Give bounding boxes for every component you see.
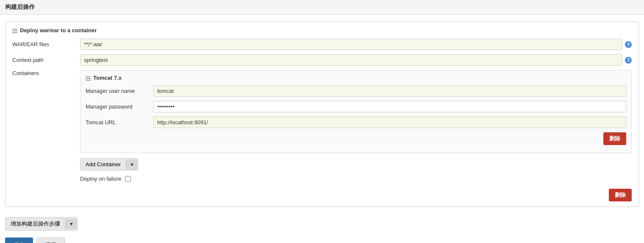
manager-user-input-wrapper	[153, 85, 626, 97]
content: Deploy war/ear to a container WAR/EAR fi…	[0, 15, 644, 243]
containers-content: Tomcat 7.x Manager user name Manager pas…	[80, 70, 632, 185]
context-path-label: Context path	[12, 57, 80, 63]
war-files-help-icon[interactable]: ?	[625, 41, 632, 48]
page-wrapper: 构建后操作 Deploy war/ear to a container WAR/…	[0, 0, 644, 243]
save-button[interactable]: 保存	[5, 237, 33, 243]
manager-pass-input-wrapper	[153, 101, 626, 112]
apply-button[interactable]: 应用	[36, 237, 65, 243]
tomcat-url-label: Tomcat URL	[86, 119, 153, 126]
delete-section-button[interactable]: 删除	[609, 189, 632, 201]
containers-label: Containers	[12, 70, 80, 76]
container-title: Tomcat 7.x	[86, 75, 626, 81]
add-step-main-button[interactable]: 增加构建后操作步骤	[6, 218, 65, 230]
containers-row: Containers Tomcat 7.x Manager user name	[12, 70, 632, 185]
add-step-dropdown-arrow[interactable]: ▼	[65, 219, 77, 229]
add-step-btn: 增加构建后操作步骤 ▼	[5, 217, 78, 231]
manager-user-label: Manager user name	[86, 88, 153, 94]
manager-user-row: Manager user name	[86, 85, 626, 97]
deploy-section: Deploy war/ear to a container WAR/EAR fi…	[5, 22, 639, 207]
context-path-input-wrapper: ?	[80, 54, 632, 66]
delete-container-row: 删除	[86, 132, 626, 145]
action-buttons: 保存 应用	[5, 237, 639, 243]
manager-user-input[interactable]	[153, 85, 626, 97]
section-title: Deploy war/ear to a container	[12, 27, 632, 34]
add-container-main-button[interactable]: Add Container	[80, 159, 126, 170]
tomcat-url-row: Tomcat URL	[86, 117, 626, 128]
container-title-text: Tomcat 7.x	[93, 75, 122, 81]
war-files-row: WAR/EAR files ?	[12, 39, 632, 50]
tomcat-url-input-wrapper	[153, 117, 626, 128]
drag-handle-icon[interactable]	[12, 28, 17, 33]
context-path-row: Context path ?	[12, 54, 632, 66]
section-title-text: Deploy war/ear to a container	[20, 27, 97, 34]
deploy-failure-label: Deploy on failure	[80, 176, 122, 182]
deploy-failure-checkbox[interactable]	[125, 176, 131, 182]
manager-pass-row: Manager password	[86, 101, 626, 112]
context-path-input[interactable]	[80, 54, 622, 66]
add-container-btn: Add Container ▼	[80, 158, 138, 170]
war-files-label: WAR/EAR files	[12, 41, 80, 47]
manager-pass-input[interactable]	[153, 101, 626, 112]
add-container-wrapper: Add Container ▼	[80, 158, 632, 170]
page-title: 构建后操作	[0, 0, 644, 15]
war-files-input[interactable]	[80, 39, 622, 50]
add-container-dropdown-arrow[interactable]: ▼	[126, 159, 138, 170]
context-path-help-icon[interactable]: ?	[625, 57, 632, 64]
add-step-wrapper: 增加构建后操作步骤 ▼	[5, 212, 639, 231]
war-files-input-wrapper: ?	[80, 39, 632, 50]
manager-pass-label: Manager password	[86, 103, 153, 110]
deploy-failure-row: Deploy on failure	[80, 176, 632, 182]
tomcat-url-input[interactable]	[153, 117, 626, 128]
delete-container-button[interactable]: 删除	[603, 132, 626, 145]
section-delete-row: 删除	[12, 189, 632, 201]
container-box: Tomcat 7.x Manager user name Manager pas…	[80, 70, 632, 153]
container-drag-handle-icon[interactable]	[86, 75, 91, 81]
